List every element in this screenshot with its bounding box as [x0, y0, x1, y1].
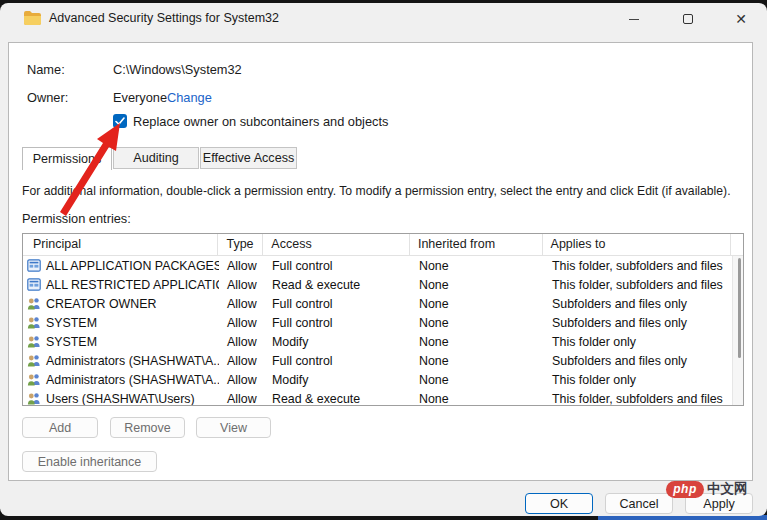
- tab-permissions[interactable]: Permissions: [22, 147, 112, 170]
- instruction-text: For additional information, double-click…: [22, 184, 744, 198]
- table-row[interactable]: Users (SHASHWAT\Users) Allow Read & exec…: [23, 389, 743, 406]
- tab-auditing-label: Auditing: [133, 151, 179, 165]
- inherited-from-cell: None: [411, 316, 544, 330]
- close-button[interactable]: ✕: [724, 9, 758, 29]
- table-row[interactable]: ALL APPLICATION PACKAGES Allow Full cont…: [23, 256, 743, 275]
- owner-label: Owner:: [27, 90, 68, 105]
- principal-name: Users (SHASHWAT\Users): [46, 392, 195, 406]
- permission-entries-table: Principal Type Access Inherited from App…: [22, 233, 744, 406]
- folder-icon: [24, 11, 41, 25]
- tab-effective-access[interactable]: Effective Access: [200, 147, 297, 169]
- applies-to-cell: This folder, subfolders and files: [544, 392, 732, 406]
- table-row[interactable]: SYSTEM Allow Full control None Subfolder…: [23, 313, 743, 332]
- applies-to-cell: This folder, subfolders and files: [544, 259, 732, 273]
- inherited-from-cell: None: [411, 259, 544, 273]
- users-icon: [27, 335, 41, 348]
- access-cell: Read & execute: [264, 278, 411, 292]
- access-cell: Modify: [264, 373, 411, 387]
- inherited-from-cell: None: [411, 354, 544, 368]
- inherited-from-cell: None: [411, 373, 544, 387]
- inherited-from-cell: None: [411, 278, 544, 292]
- type-cell: Allow: [219, 316, 264, 330]
- maximize-button[interactable]: [671, 9, 705, 29]
- vertical-scrollbar[interactable]: [732, 256, 744, 406]
- table-row[interactable]: ALL RESTRICTED APPLICATION... Allow Read…: [23, 275, 743, 294]
- principal-name: Administrators (SHASHWAT\A...: [46, 373, 219, 387]
- principal-cell: SYSTEM: [23, 335, 219, 349]
- principal-cell: Administrators (SHASHWAT\A...: [23, 373, 219, 387]
- applies-to-cell: This folder, subfolders and files: [544, 278, 732, 292]
- change-owner-link[interactable]: Change: [167, 90, 212, 105]
- users-icon: [27, 373, 41, 386]
- applies-to-cell: This folder only: [544, 335, 732, 349]
- table-row[interactable]: Administrators (SHASHWAT\A... Allow Full…: [23, 351, 743, 370]
- app-package-icon: [27, 259, 41, 272]
- users-icon: [27, 316, 41, 329]
- column-header-access[interactable]: Access: [263, 234, 410, 256]
- principal-name: SYSTEM: [46, 335, 97, 349]
- principal-name: ALL RESTRICTED APPLICATION...: [46, 278, 219, 292]
- replace-owner-checkbox[interactable]: [113, 114, 127, 128]
- tab-auditing[interactable]: Auditing: [113, 147, 199, 169]
- access-cell: Full control: [264, 354, 411, 368]
- table-row[interactable]: CREATOR OWNER Allow Full control None Su…: [23, 294, 743, 313]
- access-cell: Full control: [264, 259, 411, 273]
- type-cell: Allow: [219, 335, 264, 349]
- column-header-inherited-from[interactable]: Inherited from: [410, 234, 543, 256]
- name-label: Name:: [27, 62, 65, 77]
- cancel-button[interactable]: Cancel: [605, 493, 673, 514]
- principal-name: SYSTEM: [46, 316, 97, 330]
- ok-button[interactable]: OK: [525, 493, 593, 514]
- tab-permissions-label: Permissions: [33, 152, 102, 166]
- minimize-button[interactable]: [617, 9, 651, 29]
- column-header-principal[interactable]: Principal: [23, 234, 218, 256]
- type-cell: Allow: [219, 392, 264, 406]
- php-cn-watermark: php 中文网: [666, 480, 748, 498]
- applies-to-cell: Subfolders and files only: [544, 297, 732, 311]
- permission-entries-label: Permission entries:: [22, 211, 131, 226]
- column-header-type[interactable]: Type: [218, 234, 263, 256]
- type-cell: Allow: [219, 373, 264, 387]
- add-button[interactable]: Add: [22, 417, 98, 438]
- view-button[interactable]: View: [196, 417, 271, 438]
- remove-button[interactable]: Remove: [110, 417, 185, 438]
- header-scrollbar-gap: [730, 234, 743, 255]
- app-package-icon: [27, 278, 41, 291]
- principal-cell: Administrators (SHASHWAT\A...: [23, 354, 219, 368]
- table-row[interactable]: SYSTEM Allow Modify None This folder onl…: [23, 332, 743, 351]
- type-cell: Allow: [219, 259, 264, 273]
- principal-cell: ALL RESTRICTED APPLICATION...: [23, 278, 219, 292]
- inherited-from-cell: None: [411, 297, 544, 311]
- minimize-icon: [629, 19, 639, 20]
- principal-cell: Users (SHASHWAT\Users): [23, 392, 219, 406]
- scrollbar-thumb[interactable]: [738, 258, 741, 358]
- applies-to-cell: Subfolders and files only: [544, 316, 732, 330]
- access-cell: Read & execute: [264, 392, 411, 406]
- table-row[interactable]: Administrators (SHASHWAT\A... Allow Modi…: [23, 370, 743, 389]
- name-value: C:\Windows\System32: [113, 62, 242, 77]
- window-title: Advanced Security Settings for System32: [49, 11, 279, 25]
- users-icon: [27, 392, 41, 405]
- maximize-icon: [683, 14, 693, 24]
- principal-cell: SYSTEM: [23, 316, 219, 330]
- inherited-from-cell: None: [411, 392, 544, 406]
- owner-value: Everyone: [113, 90, 167, 105]
- principal-name: CREATOR OWNER: [46, 297, 156, 311]
- column-header-applies-to[interactable]: Applies to: [543, 234, 730, 256]
- access-cell: Modify: [264, 335, 411, 349]
- type-cell: Allow: [219, 354, 264, 368]
- php-logo-oval: php: [666, 481, 704, 498]
- enable-inheritance-button[interactable]: Enable inheritance: [22, 451, 157, 472]
- principal-cell: ALL APPLICATION PACKAGES: [23, 259, 219, 273]
- inherited-from-cell: None: [411, 335, 544, 349]
- checkmark-icon: [115, 117, 125, 126]
- type-cell: Allow: [219, 278, 264, 292]
- access-cell: Full control: [264, 316, 411, 330]
- replace-owner-label: Replace owner on subcontainers and objec…: [133, 114, 388, 129]
- tab-effective-access-label: Effective Access: [203, 151, 294, 165]
- principal-name: ALL APPLICATION PACKAGES: [46, 259, 219, 273]
- users-icon: [27, 354, 41, 367]
- users-icon: [27, 297, 41, 310]
- watermark-cn-text: 中文网: [707, 480, 748, 498]
- title-bar: Advanced Security Settings for System32 …: [0, 3, 767, 33]
